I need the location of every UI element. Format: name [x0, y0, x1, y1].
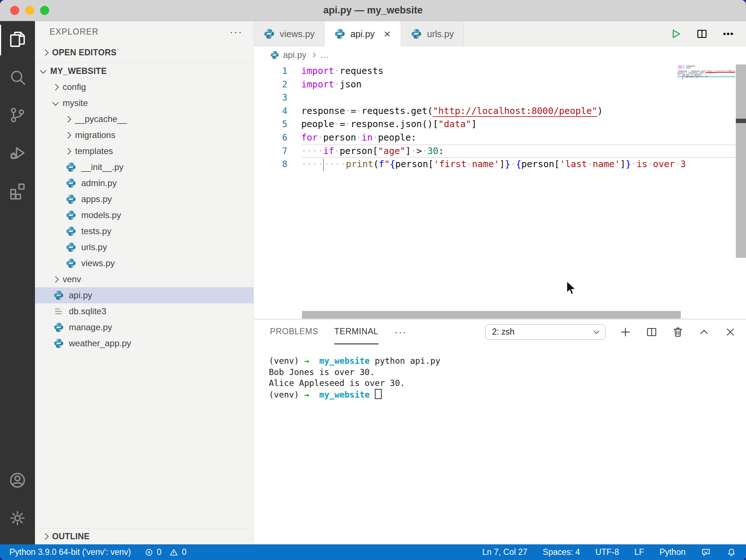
whitespace: · [631, 159, 636, 169]
panel-tab-problems[interactable]: PROBLEMS [270, 319, 318, 344]
warning-count: 0 [182, 547, 186, 557]
tree-item-label: weather_app.py [69, 338, 131, 348]
outline-label: OUTLINE [52, 532, 90, 541]
tree-item-admin-py[interactable]: admin.py [35, 175, 254, 191]
tree-item-manage-py[interactable]: manage.py [35, 319, 254, 335]
tree-item-urls-py[interactable]: urls.py [35, 239, 254, 255]
code-line-2[interactable]: 2import·json [254, 78, 736, 91]
activity-item-account[interactable] [0, 462, 35, 500]
maximize-panel-button[interactable] [698, 326, 710, 338]
kill-terminal-button[interactable] [672, 326, 684, 338]
tree-item-label: venv [63, 274, 81, 284]
panel-tab-terminal[interactable]: TERMINAL [334, 319, 378, 344]
tree-item-migrations[interactable]: migrations [35, 127, 254, 143]
problems-status[interactable]: 0 0 [144, 547, 187, 557]
minimize-window-button[interactable] [25, 6, 34, 15]
tab-urls-py[interactable]: urls.py [401, 21, 464, 47]
vertical-scrollbar[interactable] [736, 64, 746, 258]
sidebar-more-actions-button[interactable]: ··· [229, 28, 243, 35]
bell-icon[interactable] [726, 547, 737, 557]
panel-more-actions-button[interactable]: ··· [394, 326, 407, 338]
status-language[interactable]: Python [659, 547, 686, 557]
python-file-icon [66, 162, 76, 173]
tree-item-label: templates [75, 146, 113, 156]
tree-item-my-website[interactable]: MY_WEBSITE [35, 63, 254, 79]
code-line-8[interactable]: 8········print(f"{person['first·name']}·… [254, 158, 736, 171]
minimap-line: print(f"{person['first name']} {person['… [678, 78, 735, 79]
tree-item-weather-app-py[interactable]: weather_app.py [35, 335, 254, 351]
code-token: json [339, 79, 361, 90]
code-token: over [653, 159, 675, 169]
code-line-7[interactable]: 7····if·person["age"]·>·30: [254, 145, 736, 158]
activity-item-run-debug[interactable] [0, 135, 35, 173]
activity-item-source-control[interactable] [0, 97, 35, 135]
tree-item-apps-py[interactable]: apps.py [35, 191, 254, 207]
new-terminal-button[interactable] [619, 326, 632, 338]
code-token: 'last [560, 159, 587, 169]
tab-close-button[interactable]: × [383, 29, 392, 39]
breadcrumb[interactable]: api.py … [254, 47, 746, 63]
tab-api-py[interactable]: api.py× [325, 21, 401, 47]
line-number: 4 [254, 104, 301, 118]
status-indentation[interactable]: Spaces: 4 [543, 547, 580, 557]
chevron-right-icon [64, 132, 71, 138]
tree-item-views-py[interactable]: views.py [35, 255, 254, 271]
python-file-icon [334, 28, 346, 40]
zoom-window-button[interactable] [40, 6, 49, 15]
split-editor-button[interactable] [696, 28, 708, 40]
code-line-6[interactable]: 6for·person·in·people: [254, 131, 736, 145]
python-file-icon [66, 178, 76, 189]
run-python-file-button[interactable] [670, 28, 682, 40]
status-eol[interactable]: LF [635, 547, 644, 557]
activity-item-search[interactable] [0, 59, 35, 97]
tab-label: views.py [280, 29, 315, 39]
split-terminal-button[interactable] [645, 326, 658, 338]
whitespace: · [334, 119, 339, 129]
terminal-token: → [304, 390, 309, 399]
status-encoding[interactable]: UTF-8 [595, 547, 619, 557]
error-count: 0 [157, 547, 162, 557]
breadcrumb-file[interactable]: api.py [283, 50, 306, 60]
activity-item-settings[interactable] [0, 500, 35, 538]
minimap[interactable]: import requestsimport jsonresponse = req… [678, 65, 735, 79]
outline-section[interactable]: OUTLINE [35, 528, 254, 544]
tree-item-models-py[interactable]: models.py [35, 207, 254, 223]
python-interpreter-status[interactable]: Python 3.9.0 64-bit ('venv': venv) [9, 547, 131, 557]
tree-item--pycache-[interactable]: __pycache__ [35, 111, 254, 127]
tree-item-db-sqlite3[interactable]: db.sqlite3 [35, 303, 254, 319]
tree-item-templates[interactable]: templates [35, 143, 254, 159]
terminal-shell-select[interactable]: 2: zsh [485, 324, 605, 340]
tree-item-api-py[interactable]: api.py [35, 287, 254, 303]
breadcrumb-more[interactable]: … [320, 50, 329, 60]
activity-item-extensions[interactable] [0, 173, 35, 210]
whitespace: · [334, 79, 339, 90]
terminal-output[interactable]: (venv) → my_website python api.pyBob Jon… [254, 344, 746, 400]
code-line-3[interactable]: 3 [254, 91, 736, 104]
tab-list: views.pyapi.py×urls.py [254, 21, 464, 47]
terminal-token [309, 390, 319, 399]
code-token: "data" [438, 119, 471, 129]
vertical-scrollbar-handle[interactable] [736, 119, 746, 123]
tab-views-py[interactable]: views.py [254, 21, 325, 47]
tree-item-config[interactable]: config [35, 79, 254, 95]
code-line-1[interactable]: 1import·requests [254, 64, 736, 78]
horizontal-scrollbar[interactable] [302, 311, 681, 319]
feedback-icon[interactable] [701, 547, 711, 557]
close-panel-button[interactable] [724, 326, 737, 338]
tree-item-tests-py[interactable]: tests.py [35, 223, 254, 239]
code-editor[interactable]: 1import·requests2import·json34response·=… [254, 63, 746, 319]
whitespace: · [335, 159, 340, 169]
tab-label: urls.py [427, 29, 454, 39]
code-line-4[interactable]: 4response·=·requests.get("http://localho… [254, 104, 736, 118]
code-token: name' [472, 159, 499, 169]
editor-more-actions-button[interactable] [722, 28, 734, 40]
close-window-button[interactable] [10, 6, 19, 15]
status-cursor-position[interactable]: Ln 7, Col 27 [482, 547, 527, 557]
tree-item-venv[interactable]: venv [35, 271, 254, 287]
tree-item-mysite[interactable]: mysite [35, 95, 254, 111]
terminal-line-2: Bob Jones is over 30. [269, 367, 746, 378]
code-line-5[interactable]: 5people·=·response.json()["data"] [254, 118, 736, 131]
tree-item--init-py[interactable]: __init__.py [35, 159, 254, 175]
activity-item-explorer[interactable] [0, 21, 35, 59]
open-editors-section[interactable]: OPEN EDITORS [35, 42, 254, 63]
